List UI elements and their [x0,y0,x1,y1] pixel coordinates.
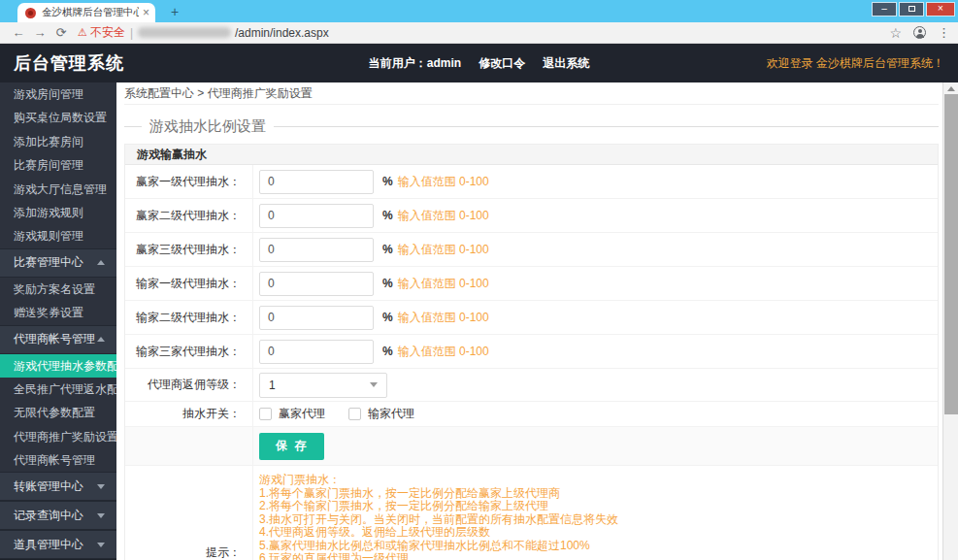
tab-close-icon[interactable]: × [143,7,149,18]
sidebar-item-match-room[interactable]: 比赛房间管理 [0,153,116,177]
current-user-label: 当前用户：admin [369,55,461,72]
browser-toolbar: ← → ⟳ ⚠ 不安全 | /admin/index.aspx ☆ ⋮ [0,22,958,44]
bookmark-star-icon[interactable]: ☆ [889,25,902,41]
welcome-text: 欢迎登录 金沙棋牌后台管理系统！ [767,55,944,72]
sidebar-section-agent-account[interactable]: 代理商帐号管理 [0,325,116,354]
range-hint: 输入值范围 0-100 [398,276,489,292]
sidebar-item-agent-account-mgmt[interactable]: 代理商帐号管理 [0,448,116,472]
browser-tab[interactable]: 金沙棋牌后台管理中心 v3.0 × [17,3,155,22]
range-hint: 输入值范围 0-100 [398,208,489,224]
warning-icon: ⚠ [78,26,87,39]
row-label: 赢家二级代理抽水： [125,199,253,232]
row-label: 输家一级代理抽水： [125,267,253,300]
winner-l3-rake-input[interactable] [259,238,374,262]
logout-link[interactable]: 退出系统 [543,55,589,72]
blurred-domain [138,27,231,38]
tips-text: 游戏门票抽水： 1.将每个赢家门票抽水，按一定比例分配给赢家上级代理商 2.将每… [253,466,938,560]
forward-icon[interactable]: → [29,23,50,43]
address-bar[interactable]: ⚠ 不安全 | /admin/index.aspx [78,24,889,42]
maximize-icon [908,6,915,12]
loser-l3-rake-input[interactable] [259,340,374,364]
table-row: 赢家一级代理抽水： % 输入值范围 0-100 [125,165,938,199]
app-header: 后台管理系统 当前用户：admin 修改口令 退出系统 欢迎登录 金沙棋牌后台管… [0,44,958,82]
sidebar-item-rebate-config[interactable]: 全民推广代理返水配置 [0,378,116,401]
sidebar-item-lobby-info[interactable]: 游戏大厅信息管理 [0,178,116,201]
sidebar-item-add-rule[interactable]: 添加游戏规则 [0,201,116,224]
chevron-up-icon [97,260,105,265]
winner-l1-rake-input[interactable] [259,170,374,194]
settings-table: 游戏输赢抽水 赢家一级代理抽水： % 输入值范围 0-100 赢家二级代理抽水：… [124,144,939,560]
sidebar-item-add-match-room[interactable]: 添加比赛房间 [0,130,116,153]
url-separator: | [130,26,133,40]
sidebar-section-transfer-center[interactable]: 转账管理中心 [0,472,116,501]
row-label: 赢家一级代理抽水： [125,165,253,198]
sidebar-item-game-room[interactable]: 游戏房间管理 [0,82,116,106]
row-label: 输家二级代理抽水： [125,301,253,334]
scrollbar-thumb[interactable] [944,94,958,414]
table-row: 输家一级代理抽水： % 输入值范围 0-100 [125,267,938,301]
sidebar-section-match-center[interactable]: 比赛管理中心 [0,248,116,278]
loser-l2-rake-input[interactable] [259,306,374,330]
percent-unit: % [382,311,393,324]
row-label: 代理商返佣等级： [125,369,253,401]
sidebar-nav: 游戏房间管理 购买桌位局数设置 添加比赛房间 比赛房间管理 游戏大厅信息管理 添… [0,82,116,560]
loser-agent-checkbox[interactable] [348,408,361,420]
profile-icon[interactable] [913,26,926,39]
sidebar-item-agent-rake-config[interactable]: 游戏代理抽水参数配置 [0,354,116,378]
sidebar-item-unlimited-agent[interactable]: 无限代参数配置 [0,401,116,424]
tips-row: 提示： 游戏门票抽水： 1.将每个赢家门票抽水，按一定比例分配给赢家上级代理商 … [125,466,938,560]
row-label-empty [125,427,253,465]
minimize-button[interactable]: – [872,2,897,16]
maximize-button[interactable] [899,2,924,16]
security-label[interactable]: 不安全 [90,24,125,41]
chevron-down-icon [97,513,105,518]
chevron-down-icon [97,543,105,547]
table-row: 输家三家代理抽水： % 输入值范围 0-100 [125,335,938,369]
sidebar-item-rule-mgmt[interactable]: 游戏规则管理 [0,224,116,247]
scroll-up-arrow[interactable] [943,82,958,94]
sidebar-item-reward-plan[interactable]: 奖励方案名设置 [0,278,116,301]
sidebar-section-item-mgmt[interactable]: 道具管理中心 [0,530,116,559]
table-row: 输家二级代理抽水： % 输入值范围 0-100 [125,301,938,335]
back-icon[interactable]: ← [8,23,29,43]
app-title: 后台管理系统 [14,51,124,75]
page-scrollbar[interactable] [942,82,958,560]
chevron-down-icon [370,382,378,387]
table-header: 游戏输赢抽水 [125,145,938,165]
section-legend-wrap: 游戏抽水比例设置 [124,115,939,138]
sidebar-item-table-rounds[interactable]: 购买桌位局数设置 [0,106,116,129]
toolbar-right: ☆ ⋮ [889,25,950,41]
sidebar-item-agent-promo-reward[interactable]: 代理商推广奖励设置 [0,425,116,448]
main-content: 系统配置中心 > 代理商推广奖励设置 游戏抽水比例设置 游戏输赢抽水 赢家一级代… [116,82,942,560]
browser-tabstrip: 金沙棋牌后台管理中心 v3.0 × + – × [0,0,958,22]
new-tab-button[interactable]: + [165,3,184,20]
checkbox-label: 赢家代理 [279,406,325,422]
menu-dots-icon[interactable]: ⋮ [938,25,950,40]
browser-window: 金沙棋牌后台管理中心 v3.0 × + – × ← → ⟳ ⚠ 不安全 | /a… [0,0,958,560]
percent-unit: % [382,175,393,188]
sidebar-section-record-query[interactable]: 记录查询中心 [0,501,116,530]
chevron-up-icon [97,337,105,342]
tab-title: 金沙棋牌后台管理中心 v3.0 [42,6,139,19]
winner-l2-rake-input[interactable] [259,204,374,228]
range-hint: 输入值范围 0-100 [398,174,489,190]
change-password-link[interactable]: 修改口令 [479,55,525,72]
tips-label: 提示： [125,466,253,560]
checkbox-label: 输家代理 [368,406,414,422]
winner-agent-checkbox[interactable] [259,408,272,420]
table-row: 赢家三级代理抽水： % 输入值范围 0-100 [125,233,938,267]
sidebar-item-gift-ticket[interactable]: 赠送奖券设置 [0,301,116,324]
save-button[interactable]: 保 存 [259,433,324,460]
close-button[interactable]: × [926,2,955,16]
rake-switch-row: 抽水开关： 赢家代理 输家代理 [125,402,938,427]
save-row: 保 存 [125,427,938,466]
commission-level-row: 代理商返佣等级： 1 [125,369,938,402]
loser-l1-rake-input[interactable] [259,272,374,296]
percent-unit: % [382,277,393,290]
breadcrumb: 系统配置中心 > 代理商推广奖励设置 [124,82,939,105]
page-title: 游戏抽水比例设置 [142,115,274,138]
url-path: /admin/index.aspx [235,26,329,40]
reload-icon[interactable]: ⟳ [50,23,72,43]
commission-level-select[interactable]: 1 [259,373,387,398]
range-hint: 输入值范围 0-100 [398,344,489,360]
